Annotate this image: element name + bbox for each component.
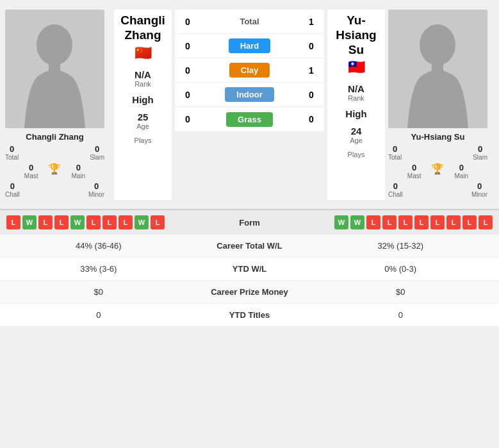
- form-badge-l: L: [382, 215, 397, 229]
- hard-surface: Hard: [200, 38, 299, 53]
- grass-row: 0 Grass 0: [175, 107, 324, 131]
- form-label: Form: [239, 218, 260, 228]
- form-badge-l: L: [366, 215, 380, 229]
- form-badge-l: L: [430, 215, 445, 229]
- right-rank: N/A Rank: [348, 83, 364, 102]
- left-player-area: Changli Zhang 0 Total 0 Slam 0 Mast: [5, 10, 111, 200]
- clay-pill: Clay: [229, 63, 270, 78]
- right-chall-stat: 0 Chall: [388, 181, 403, 198]
- right-mast-stat: 0 Mast: [407, 163, 421, 179]
- form-section: LWLLWLLLWL Form WWLLLLLLLL: [0, 209, 499, 235]
- form-badge-l: L: [414, 215, 429, 229]
- form-badge-l: L: [6, 215, 20, 229]
- clay-score-right: 1: [299, 65, 324, 76]
- grass-pill: Grass: [226, 112, 273, 127]
- right-player-stats: Yu-Hsiang Su 0 Total 0 Slam 0 Mast: [388, 132, 487, 200]
- hard-score-left: 0: [175, 41, 200, 51]
- left-ytd: 33% (3-6): [5, 264, 192, 274]
- left-silhouette: [5, 10, 104, 128]
- stats-rows: 44% (36-46) Career Total W/L 32% (15-32)…: [0, 235, 499, 327]
- form-badge-w: W: [334, 215, 348, 229]
- hard-pill: Hard: [229, 38, 271, 53]
- clay-row: 0 Clay 1: [175, 58, 324, 83]
- right-player-area: Yu-Hsiang Su 0 Total 0 Slam 0 Mast: [388, 10, 494, 200]
- form-left: LWLLWLLLWL: [6, 215, 211, 229]
- grass-surface: Grass: [200, 112, 299, 127]
- left-chall-stat: 0 Chall: [5, 181, 20, 198]
- total-row: 0 Total 1: [175, 10, 324, 34]
- form-badge-l: L: [479, 215, 493, 229]
- form-right: WWLLLLLLLL: [288, 215, 493, 229]
- left-prize: $0: [5, 287, 192, 297]
- left-name-top: Changli Zhang: [114, 13, 172, 43]
- right-silhouette: [388, 10, 487, 128]
- total-score-left: 0: [175, 17, 200, 27]
- form-badge-l: L: [38, 215, 53, 229]
- svg-point-1: [37, 24, 72, 65]
- left-high: High: [132, 94, 153, 105]
- left-mast-stat: 0 Mast: [24, 163, 38, 179]
- left-player-photo: [5, 10, 104, 128]
- form-badge-w: W: [350, 215, 364, 229]
- form-badge-l: L: [86, 215, 101, 229]
- grass-score-left: 0: [175, 114, 200, 124]
- right-prize: $0: [307, 287, 495, 297]
- left-plays: Plays: [135, 137, 152, 144]
- left-player-name: Changli Zhang: [26, 132, 83, 142]
- indoor-row: 0 Indoor 0: [175, 83, 324, 107]
- svg-point-4: [420, 24, 455, 65]
- left-main-stat: 0 Main: [71, 163, 85, 179]
- right-minor-stat: 0 Minor: [471, 181, 487, 198]
- ytd-label: YTD W/L: [192, 264, 307, 274]
- indoor-pill: Indoor: [225, 87, 274, 102]
- left-side-stats: Changli Zhang 🇨🇳 N/A Rank High 25 Age Pl…: [114, 10, 172, 200]
- prize-label: Career Prize Money: [192, 287, 307, 297]
- left-career-wl: 44% (36-46): [5, 241, 192, 251]
- right-player-name: Yu-Hsiang Su: [411, 132, 465, 142]
- ytd-row: 33% (3-6) YTD W/L 0% (0-3): [0, 258, 499, 281]
- left-total-stat: 0 Total: [5, 144, 19, 161]
- indoor-surface: Indoor: [200, 87, 299, 102]
- left-player-stats: Changli Zhang 0 Total 0 Slam 0 Mast: [5, 132, 104, 200]
- left-name-flag: Changli Zhang 🇨🇳: [114, 13, 172, 62]
- form-mid: Form: [211, 217, 288, 228]
- center-area: 0 Total 1 0 Hard 0 0: [175, 10, 324, 200]
- score-table: 0 Total 1 0 Hard 0 0: [175, 10, 324, 131]
- right-player-photo: [388, 10, 487, 128]
- right-career-wl: 32% (15-32): [307, 241, 495, 251]
- left-form-badges: LWLLWLLLWL: [6, 215, 211, 229]
- form-badge-w: W: [70, 215, 85, 229]
- right-titles: 0: [307, 310, 495, 320]
- clay-surface: Clay: [200, 63, 299, 78]
- right-age: 24 Age: [350, 126, 363, 144]
- indoor-score-left: 0: [175, 90, 200, 100]
- form-badge-l: L: [54, 215, 69, 229]
- clay-score-left: 0: [175, 65, 200, 76]
- right-total-stat: 0 Total: [388, 144, 402, 161]
- form-badge-w: W: [135, 215, 149, 229]
- left-rank: N/A Rank: [135, 69, 151, 88]
- svg-rect-2: [49, 62, 60, 75]
- form-badge-l: L: [398, 215, 413, 229]
- career-total-row: 44% (36-46) Career Total W/L 32% (15-32): [0, 235, 499, 258]
- form-badge-w: W: [22, 215, 37, 229]
- left-flag: 🇨🇳: [135, 45, 152, 62]
- right-form-badges: WWLLLLLLLL: [334, 215, 493, 229]
- right-slam-stat: 0 Slam: [473, 144, 487, 161]
- left-trophy-icon: 🏆: [48, 163, 61, 179]
- total-score-right: 1: [299, 17, 324, 27]
- form-badge-l: L: [119, 215, 133, 229]
- left-minor-stat: 0 Minor: [88, 181, 104, 198]
- form-badge-l: L: [446, 215, 461, 229]
- form-badge-l: L: [102, 215, 117, 229]
- main-container: Changli Zhang 0 Total 0 Slam 0 Mast: [0, 0, 499, 327]
- grass-score-right: 0: [299, 114, 324, 124]
- hard-row: 0 Hard 0: [175, 34, 324, 58]
- svg-rect-5: [432, 62, 443, 75]
- right-plays: Plays: [348, 151, 365, 158]
- form-badge-l: L: [151, 215, 165, 229]
- right-side-stats: Yu-Hsiang Su 🇹🇼 N/A Rank High 24 Age Pla…: [327, 10, 385, 200]
- total-label-center: Total: [200, 17, 299, 26]
- right-name-flag: Yu-Hsiang Su 🇹🇼: [327, 13, 385, 76]
- right-trophy-icon: 🏆: [431, 163, 444, 179]
